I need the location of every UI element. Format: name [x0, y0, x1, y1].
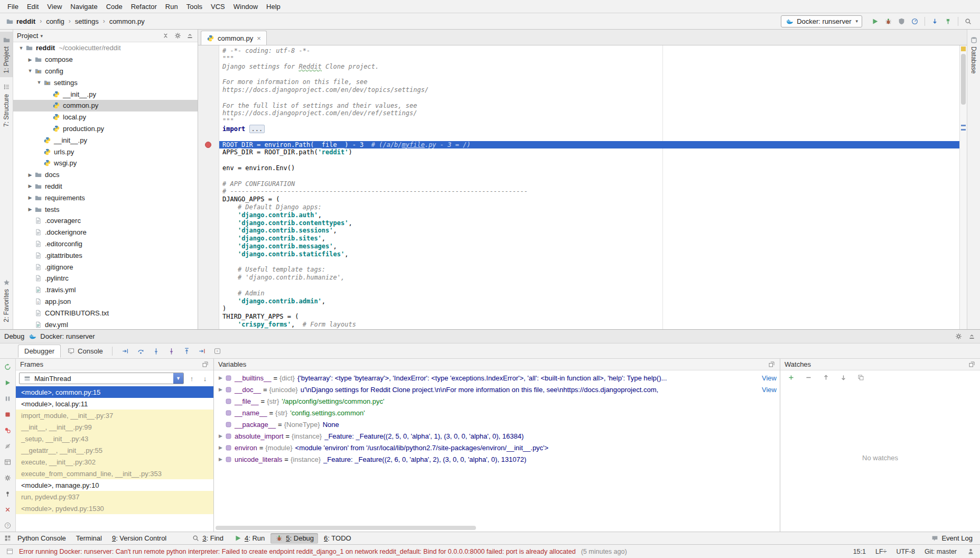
- tree-item-.pylintrc[interactable]: .pylintrc: [13, 273, 198, 284]
- tab-debugger[interactable]: Debugger: [18, 345, 61, 358]
- variable-row-absolute_import[interactable]: ▶absolute_import={instance}_Feature: _Fe…: [214, 430, 780, 442]
- code-line[interactable]: 'django.contrib.admin',: [219, 297, 959, 305]
- add-watch-button[interactable]: [785, 371, 798, 384]
- tree-expand-icon[interactable]: ▼: [35, 80, 43, 85]
- menu-view[interactable]: View: [43, 1, 66, 12]
- view-breakpoints-button[interactable]: [1, 424, 14, 437]
- code-line[interactable]: 'django.contrib.contenttypes',: [219, 219, 959, 227]
- chevron-down-icon[interactable]: ▾: [40, 33, 43, 39]
- float-icon[interactable]: [967, 360, 976, 369]
- tree-item-compose[interactable]: ▶compose: [13, 54, 198, 66]
- code-line[interactable]: [219, 258, 959, 266]
- code-line[interactable]: https://docs.djangoproject.com/en/dev/re…: [219, 109, 959, 117]
- code-line[interactable]: [219, 172, 959, 180]
- tool-windows-icon[interactable]: [3, 534, 12, 543]
- tree-item-common.py[interactable]: common.py: [13, 100, 198, 111]
- tool-window-button-5-debug[interactable]: 5: Debug: [270, 533, 318, 544]
- code-line[interactable]: [219, 70, 959, 78]
- view-link[interactable]: View: [759, 374, 777, 382]
- remove-watch-button[interactable]: [802, 371, 815, 384]
- code-line[interactable]: env = environ.Env(): [219, 164, 959, 172]
- menu-tools[interactable]: Tools: [182, 1, 207, 12]
- tool-window-button-terminal[interactable]: Terminal: [72, 533, 106, 543]
- debug-button[interactable]: [882, 15, 895, 27]
- menu-run[interactable]: Run: [161, 1, 182, 12]
- expand-icon[interactable]: ▶: [217, 387, 224, 392]
- code-line[interactable]: 'crispy_forms', # Form layouts: [219, 321, 959, 329]
- settings-button[interactable]: [1, 471, 14, 484]
- tool-window-button-3-find[interactable]: 3: Find: [187, 533, 228, 544]
- stack-frame-row[interactable]: <module>, local.py:11: [16, 398, 213, 410]
- code-line[interactable]: """: [219, 55, 959, 63]
- duplicate-button[interactable]: [854, 371, 867, 384]
- tool-stripe-button-7-structure[interactable]: 7: Structure: [0, 79, 13, 131]
- code-line[interactable]: 'django.contrib.sites',: [219, 235, 959, 243]
- code-line[interactable]: APPS_DIR = ROOT_DIR.path('reddit'): [219, 148, 959, 156]
- tree-expand-icon[interactable]: ▼: [17, 45, 25, 51]
- show-execution-point-button[interactable]: [119, 345, 132, 357]
- menu-refactor[interactable]: Refactor: [127, 1, 161, 12]
- breadcrumb-item-common.py[interactable]: common.py: [108, 17, 146, 26]
- caret-position-widget[interactable]: 15:1: [853, 548, 866, 555]
- pause-button[interactable]: [1, 393, 14, 405]
- stack-frame-row[interactable]: run, pydevd.py:937: [16, 491, 213, 503]
- code-line[interactable]: 'allauth', # registration: [219, 329, 959, 329]
- float-icon[interactable]: [201, 360, 209, 369]
- tool-window-button-6-todo[interactable]: 6: TODO: [320, 533, 356, 544]
- tree-item-dev.yml[interactable]: dev.yml: [13, 319, 198, 329]
- tool-window-button-python-console[interactable]: Python Console: [13, 533, 70, 543]
- code-line[interactable]: [219, 156, 959, 164]
- code-line[interactable]: # Useful template tags:: [219, 266, 959, 274]
- code-line[interactable]: # -*- coding: utf-8 -*-: [219, 47, 959, 55]
- tool-window-button-event-log[interactable]: Event Log: [926, 533, 977, 544]
- tree-item-reddit[interactable]: ▶reddit: [13, 181, 198, 192]
- stack-frame-row[interactable]: <module>, manage.py:10: [16, 479, 213, 491]
- code-line[interactable]: https://docs.djangoproject.com/en/dev/to…: [219, 86, 959, 94]
- tree-item-reddit[interactable]: ▼reddit~/cookiecutter/reddit: [13, 42, 198, 54]
- close-button[interactable]: [1, 503, 14, 516]
- stop-button[interactable]: [1, 408, 14, 421]
- mute-breakpoints-button[interactable]: [1, 440, 14, 453]
- breadcrumb-item-reddit[interactable]: reddit: [15, 17, 37, 26]
- code-line[interactable]: # --------------------------------------…: [219, 188, 959, 196]
- expand-icon[interactable]: ▶: [217, 375, 224, 380]
- run-button[interactable]: [869, 15, 882, 27]
- tree-expand-icon[interactable]: ▼: [26, 68, 34, 73]
- variable-row-__file__[interactable]: __file__={str}'/app/config/settings/comm…: [214, 395, 780, 407]
- previous-frame-button[interactable]: ↑: [186, 373, 197, 384]
- breakpoint-icon[interactable]: [205, 142, 211, 148]
- horizontal-scrollbar[interactable]: [216, 526, 476, 530]
- code-line[interactable]: 'django.contrib.staticfiles',: [219, 250, 959, 258]
- menu-window[interactable]: Window: [229, 1, 262, 12]
- tree-item-.gitignore[interactable]: .gitignore: [13, 261, 198, 273]
- tree-item-__init__.py[interactable]: __init__.py: [13, 88, 198, 100]
- tool-stripe-button-database[interactable]: Database: [967, 32, 980, 77]
- step-over-button[interactable]: [134, 345, 147, 357]
- code-line[interactable]: [219, 282, 959, 290]
- tree-item-.gitattributes[interactable]: .gitattributes: [13, 249, 198, 261]
- code-line[interactable]: THIRD_PARTY_APPS = (: [219, 313, 959, 321]
- execution-point-line[interactable]: ROOT_DIR = environ.Path(__file__) - 3 # …: [219, 141, 959, 149]
- evaluate-expression-button[interactable]: =: [211, 345, 224, 357]
- menu-navigate[interactable]: Navigate: [66, 1, 101, 12]
- tree-item-local.py[interactable]: local.py: [13, 111, 198, 123]
- tree-item-.editorconfig[interactable]: .editorconfig: [13, 238, 198, 250]
- tool-window-button-9-version-control[interactable]: 9: Version Control: [108, 533, 171, 543]
- view-link[interactable]: View: [759, 386, 777, 394]
- expand-icon[interactable]: ▶: [217, 433, 224, 439]
- variable-row-__doc__[interactable]: ▶__doc__={unicode}u'\nDjango settings fo…: [214, 384, 780, 395]
- tool-window-button-4-run[interactable]: 4: Run: [229, 533, 269, 544]
- tree-item-wsgi.py[interactable]: wsgi.py: [13, 157, 198, 169]
- code-line[interactable]: """: [219, 117, 959, 125]
- tree-expand-icon[interactable]: ▶: [26, 57, 34, 62]
- pin-button[interactable]: [1, 487, 14, 500]
- move-down-button[interactable]: [837, 371, 850, 384]
- window-icon[interactable]: [5, 547, 14, 556]
- tree-item-config[interactable]: ▼config: [13, 66, 198, 77]
- menu-vcs[interactable]: VCS: [207, 1, 229, 12]
- code-line[interactable]: # Admin: [219, 290, 959, 297]
- tree-item-docs[interactable]: ▶docs: [13, 169, 198, 181]
- tree-expand-icon[interactable]: ▶: [26, 207, 34, 212]
- expand-icon[interactable]: ▶: [217, 445, 224, 450]
- tree-expand-icon[interactable]: ▶: [26, 195, 34, 200]
